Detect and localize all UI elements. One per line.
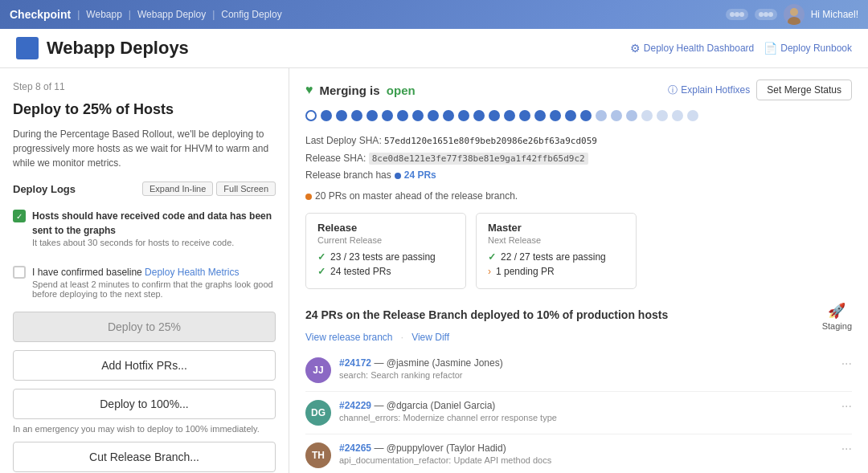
- pr-desc-0: search: Search ranking refactor: [339, 370, 827, 380]
- deploy-100-btn[interactable]: Deploy to 100%...: [13, 389, 276, 419]
- release-cards: Release Current Release ✓ 23 / 23 tests …: [305, 213, 852, 289]
- pr-more-1[interactable]: ···: [835, 400, 852, 413]
- pr-content-1: #24229 — @dgarcia (Daniel Garcia) channe…: [339, 400, 827, 422]
- pr-author-1: — @dgarcia (Daniel Garcia): [374, 400, 495, 411]
- set-merge-status-btn[interactable]: Set Merge Status: [756, 80, 852, 100]
- pr-avatar-1: DG: [305, 400, 331, 426]
- prs-links: View release branch · View Diff: [305, 331, 852, 343]
- deploy-health-link[interactable]: ⚙ Deploy Health Dashboard: [630, 42, 754, 55]
- svg-point-1: [735, 12, 739, 17]
- runbook-icon: 📄: [764, 42, 777, 55]
- dot-0: [321, 110, 332, 121]
- master-check-1: ✓ 22 / 27 tests are passing: [488, 251, 624, 263]
- prs-title-row: 24 PRs on the Release Branch deployed to…: [305, 302, 852, 331]
- master-card-subtitle: Next Release: [488, 235, 624, 245]
- header-decoration-1: [729, 11, 745, 18]
- deploy-logs-title: Deploy Logs: [13, 183, 76, 195]
- step-title: Deploy to 25% of Hosts: [13, 100, 276, 119]
- merge-status-bar: ♥ Merging is open ⓘ Explain Hotfixes Set…: [305, 80, 852, 100]
- pr-content-2: #24265 — @puppylover (Taylor Hadid) api_…: [339, 442, 827, 465]
- deploy-health-metrics-link[interactable]: Deploy Health Metrics: [145, 267, 239, 278]
- pr-number-0[interactable]: #24172: [339, 357, 371, 369]
- prs-title: 24 PRs on the Release Branch deployed to…: [305, 308, 668, 321]
- pr-desc-1: channel_errors: Modernize channel error …: [339, 413, 827, 422]
- dot-10: [473, 110, 485, 121]
- check-icon-1: ✓: [317, 251, 326, 263]
- checklist-subtext-1: It takes about 30 seconds for hosts to r…: [32, 238, 276, 247]
- svg-point-7: [788, 17, 800, 25]
- prs-dot-orange: [305, 194, 312, 200]
- question-icon: ⓘ: [668, 84, 678, 97]
- health-icon: ⚙: [630, 42, 641, 55]
- expand-inline-btn[interactable]: Expand In-line: [142, 181, 213, 196]
- check-mark-1: ✓: [16, 212, 23, 221]
- dot-1: [336, 110, 347, 121]
- cut-release-btn[interactable]: Cut Release Branch...: [13, 442, 276, 472]
- explain-hotfixes-btn[interactable]: ⓘ Explain Hotfixes: [668, 84, 750, 97]
- header-icon-dots-1: [726, 9, 748, 20]
- checklist-subtext-2: Spend at least 2 minutes to confirm that…: [32, 279, 276, 299]
- header-sep-1: |: [77, 9, 80, 20]
- dot-17: [580, 110, 592, 121]
- step-desc: During the Percentage Based Rollout, we'…: [13, 127, 276, 170]
- merge-status-value: open: [387, 84, 416, 97]
- header-nav-webapp-deploy[interactable]: Webapp Deploy: [137, 9, 206, 20]
- checklist-prefix-2: I have confirmed baseline: [32, 267, 145, 278]
- header-decoration-2: [758, 11, 774, 18]
- release-sha-value: 8ce0d8e121e3fe77f38be81e9ga1f42ffb65d9c2: [369, 153, 588, 165]
- staging-button[interactable]: 🚀 Staging: [822, 302, 852, 331]
- release-card-master: Master Next Release ✓ 22 / 27 tests are …: [476, 213, 637, 289]
- checkbox-2[interactable]: [13, 266, 26, 279]
- view-release-branch-link[interactable]: View release branch: [305, 332, 393, 343]
- pr-content-0: #24172 — @jasmine (Jasmine Jones) search…: [339, 357, 827, 380]
- dot-3: [366, 110, 378, 121]
- user-greeting: Hi Michael!: [811, 9, 858, 20]
- pr-author-0: — @jasmine (Jasmine Jones): [374, 357, 502, 369]
- prs-section-header: 24 PRs on the Release Branch deployed to…: [305, 302, 852, 343]
- dot-ring: [305, 110, 317, 121]
- svg-point-0: [730, 12, 735, 17]
- dot-5: [397, 110, 408, 121]
- staging-label: Staging: [822, 321, 852, 331]
- pending-icon: ›: [488, 266, 491, 277]
- checklist-item-1: ✓ Hosts should have received code and da…: [13, 204, 276, 252]
- dot-4: [382, 110, 393, 121]
- pr-more-2[interactable]: ···: [835, 442, 852, 455]
- release-check-2: ✓ 24 tested PRs: [317, 266, 454, 277]
- dot-2: [351, 110, 362, 121]
- left-panel: Step 8 of 11 Deploy to 25% of Hosts Duri…: [0, 68, 289, 473]
- right-panel: ♥ Merging is open ⓘ Explain Hotfixes Set…: [289, 68, 868, 473]
- deploy-25-btn[interactable]: Deploy to 25%: [13, 312, 276, 342]
- header-nav-webapp[interactable]: Webapp: [86, 9, 121, 20]
- view-diff-link[interactable]: View Diff: [411, 332, 449, 343]
- fullscreen-btn[interactable]: Full Screen: [216, 181, 276, 196]
- checklist-item-2: I have confirmed baseline Deploy Health …: [13, 260, 276, 304]
- dot-8: [443, 110, 454, 121]
- master-check-text-2: 1 pending PR: [496, 266, 555, 277]
- pr-more-0[interactable]: ···: [835, 357, 852, 370]
- dot-lighter-0: [641, 110, 653, 121]
- pr-avatar-2: TH: [305, 442, 331, 468]
- checklist-text-1: Hosts should have received code and data…: [32, 209, 276, 247]
- add-hotfix-btn[interactable]: Add Hotfix PRs...: [13, 350, 276, 381]
- pr-number-2[interactable]: #24265: [339, 442, 371, 454]
- header-icon-dots-2: [755, 9, 777, 20]
- dot-15: [550, 110, 561, 121]
- pr-title-0: #24172 — @jasmine (Jasmine Jones): [339, 357, 827, 369]
- page-title-area: Webapp Deploys: [16, 37, 189, 59]
- emergency-note: In an emergency you may wish to deploy t…: [13, 424, 276, 434]
- svg-point-2: [739, 12, 744, 17]
- header-nav-config-deploy[interactable]: Config Deploy: [221, 9, 281, 20]
- app-header: Checkpoint | Webapp | Webapp Deploy | Co…: [0, 0, 868, 29]
- deploy-runbook-link[interactable]: 📄 Deploy Runbook: [764, 42, 852, 55]
- release-check-text-1: 23 / 23 tests are passing: [330, 251, 436, 263]
- master-ahead-row: 20 PRs on master ahead of the release br…: [305, 188, 852, 206]
- prs-link-sep: ·: [401, 331, 404, 343]
- checkbox-1[interactable]: ✓: [13, 210, 26, 222]
- svg-point-4: [764, 12, 768, 17]
- pr-number-1[interactable]: #24229: [339, 400, 371, 411]
- header-sep-3: |: [212, 9, 215, 20]
- pr-desc-2: api_documentation_refactor: Update API m…: [339, 455, 827, 465]
- page-header: Webapp Deploys ⚙ Deploy Health Dashboard…: [0, 29, 868, 68]
- avatar[interactable]: [784, 4, 805, 25]
